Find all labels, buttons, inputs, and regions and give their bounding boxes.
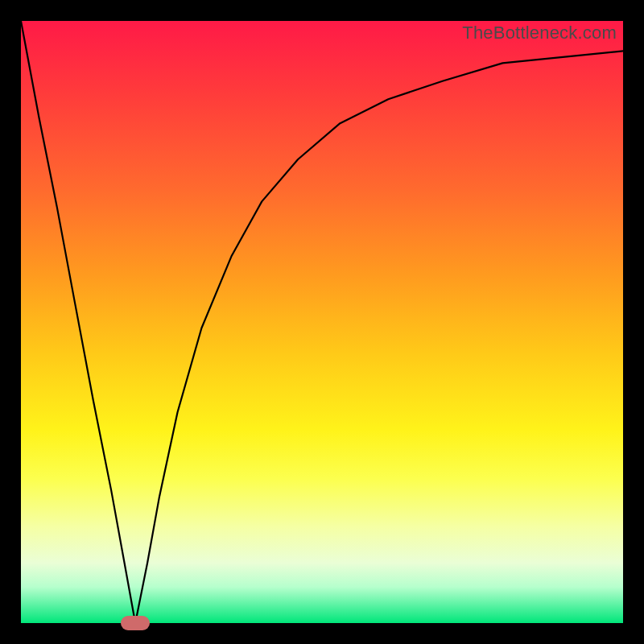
- curve-path: [21, 21, 623, 623]
- chart-frame: TheBottleneck.com: [0, 0, 644, 644]
- plot-area: TheBottleneck.com: [21, 21, 623, 623]
- bottleneck-curve: [21, 21, 623, 623]
- minimum-marker: [121, 616, 150, 630]
